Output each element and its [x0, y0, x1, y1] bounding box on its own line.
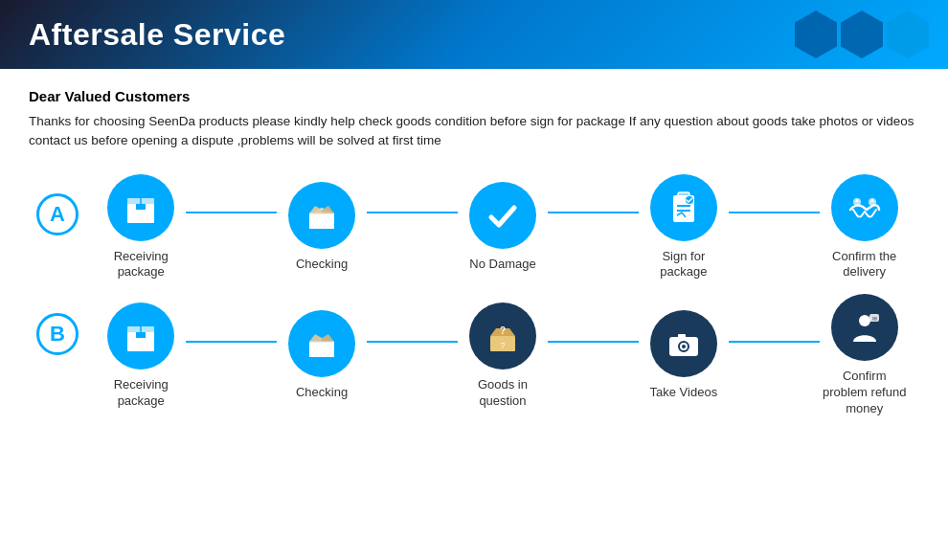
icon-no-damage [469, 182, 536, 249]
step-a2-label: Checking [296, 257, 348, 273]
hex-3 [887, 11, 929, 58]
svg-point-34 [682, 345, 686, 348]
step-b-question: ? ? Goods in question [458, 302, 548, 410]
label-circle-a: A [36, 193, 79, 235]
step-b4-label: Take Videos [650, 385, 718, 401]
icon-b-receiving-package [107, 302, 174, 370]
connector-a2 [367, 212, 457, 213]
description-text: Thanks for choosing SeenDa products plea… [29, 112, 919, 151]
main-content: Dear Valued Customers Thanks for choosin… [0, 69, 948, 440]
icon-goods-question: ? ? [469, 302, 536, 370]
step-b5-label: Confirm problem refund money [820, 369, 910, 417]
svg-rect-25 [309, 342, 334, 357]
svg-marker-8 [322, 206, 334, 213]
icon-checking [288, 182, 355, 249]
connector-b4 [729, 341, 819, 343]
step-b-refund: ✉ Confirm problem refund money [820, 294, 910, 417]
step-b-video: Take Videos [639, 310, 729, 401]
step-a-confirm: Confirm the delivery [820, 174, 910, 281]
label-circle-b: B [36, 313, 79, 355]
icon-confirm-delivery [831, 174, 898, 241]
svg-marker-23 [309, 334, 322, 342]
svg-text:✉: ✉ [871, 316, 876, 322]
flow-row-b: B Receiving package [29, 294, 919, 417]
header-decoration [795, 0, 929, 69]
step-b3-label: Goods in question [458, 377, 548, 410]
svg-text:?: ? [500, 341, 505, 350]
step-a5-label: Confirm the delivery [820, 249, 910, 281]
step-a-nodamage: No Damage [458, 182, 548, 273]
step-a-sign: Sign for package [639, 174, 729, 281]
steps-icons-a: Receiving package [86, 174, 919, 281]
step-b2-label: Checking [296, 385, 348, 401]
step-b-checking: Checking [277, 310, 367, 401]
svg-text:?: ? [500, 325, 506, 336]
connector-b2 [367, 341, 457, 343]
connector-a1 [186, 212, 276, 213]
step-b-receiving: Receiving package [96, 302, 186, 410]
svg-point-36 [691, 339, 695, 343]
svg-point-37 [859, 315, 870, 326]
step-b1-label: Receiving package [96, 377, 186, 410]
connector-a3 [548, 212, 638, 213]
row-label-a: A [29, 174, 86, 235]
page-title: Aftersale Service [29, 17, 285, 53]
icon-receiving-package [107, 174, 174, 241]
icon-b-checking [288, 310, 355, 377]
step-a-checking: Checking [277, 182, 367, 273]
header: Aftersale Service [0, 0, 948, 69]
step-a3-label: No Damage [469, 257, 535, 273]
steps-icons-b: Receiving package [86, 294, 919, 417]
step-a-receiving: Receiving package [96, 174, 186, 281]
connector-b1 [186, 341, 276, 343]
svg-marker-24 [322, 334, 334, 342]
icon-take-videos [650, 310, 717, 377]
svg-marker-7 [309, 206, 322, 213]
greeting-text: Dear Valued Customers [29, 88, 919, 104]
flow-row-a: A Receiving pa [29, 174, 919, 281]
svg-rect-35 [678, 334, 686, 339]
step-a4-label: Sign for package [639, 249, 729, 281]
hex-1 [795, 11, 837, 58]
row-label-b: B [29, 294, 86, 355]
icon-confirm-refund: ✉ [831, 294, 898, 361]
steps-a: Receiving package [86, 174, 919, 281]
step-a1-label: Receiving package [96, 249, 186, 281]
steps-b: Receiving package [86, 294, 919, 417]
hex-2 [841, 11, 883, 58]
connector-b3 [548, 341, 638, 343]
connector-a4 [729, 212, 819, 213]
icon-sign-package [650, 174, 717, 241]
svg-rect-9 [309, 213, 334, 229]
